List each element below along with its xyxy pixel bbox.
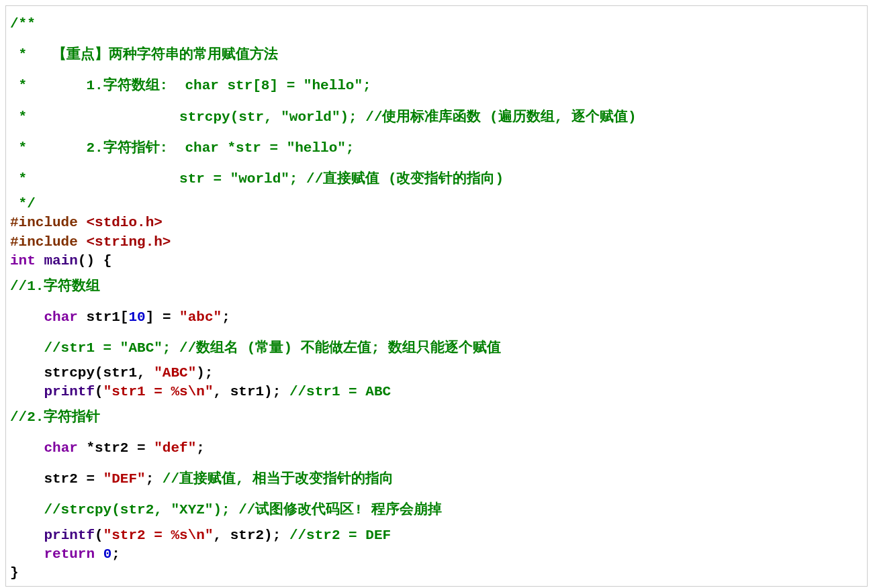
code-token: ; <box>111 546 120 562</box>
code-token: "str1 = %s\n" <box>103 384 214 399</box>
code-token: //str1 = "ABC"; //数组名 (常量) 不能做左值; 数组只能逐个… <box>10 340 501 356</box>
code-token: 0 <box>103 546 112 562</box>
code-line: char str1[10] = "abc"; <box>10 302 863 333</box>
code-line: #include <stdio.h> <box>10 213 863 232</box>
code-token: "DEF" <box>103 471 146 487</box>
code-token: "str2 = %s\n" <box>103 528 214 543</box>
code-token: char <box>44 440 77 456</box>
code-token <box>10 440 44 456</box>
code-token <box>10 528 44 543</box>
code-token: return <box>44 546 95 562</box>
code-token: #include <box>10 215 86 230</box>
code-line: printf("str2 = %s\n", str2); //str2 = DE… <box>10 526 863 545</box>
code-line: strcpy(str1, "ABC"); <box>10 364 863 383</box>
code-token: ] = <box>146 309 179 325</box>
code-line: //str1 = "ABC"; //数组名 (常量) 不能做左值; 数组只能逐个… <box>10 333 863 364</box>
code-token: strcpy(str1, <box>10 365 154 381</box>
code-token <box>10 546 44 562</box>
code-token <box>36 253 44 268</box>
code-line: #include <string.h> <box>10 233 863 252</box>
code-token: <stdio.h> <box>86 215 162 230</box>
code-line: printf("str1 = %s\n", str1); //str1 = AB… <box>10 383 863 401</box>
code-token: #include <box>10 234 86 250</box>
code-line: * strcpy(str, "world"); //使用标准库函数 (遍历数组,… <box>10 102 863 133</box>
code-token: * 2.字符指针: char *str = "hello"; <box>10 140 354 156</box>
code-token: main <box>44 253 77 268</box>
code-token: ( <box>95 528 103 543</box>
code-token: } <box>10 565 19 581</box>
code-token <box>10 309 44 325</box>
code-line: * 2.字符指针: char *str = "hello"; <box>10 133 863 164</box>
code-token: "abc" <box>179 309 222 325</box>
code-token: , str1); <box>213 384 289 399</box>
code-token: "ABC" <box>154 365 196 381</box>
code-token: //1.字符数组 <box>10 279 100 294</box>
code-line: //1.字符数组 <box>10 271 863 302</box>
code-line: * 1.字符数组: char str[8] = "hello"; <box>10 70 863 101</box>
code-token: * 1.字符数组: char str[8] = "hello"; <box>10 78 371 93</box>
code-token: str2 = <box>10 471 103 487</box>
code-line: } <box>10 564 863 583</box>
code-token: printf <box>44 384 95 399</box>
code-token: //str1 = ABC <box>289 384 391 399</box>
code-token: //str2 = DEF <box>289 528 391 543</box>
code-token: ; <box>146 471 163 487</box>
code-token <box>10 384 44 399</box>
code-token: ); <box>196 365 213 381</box>
code-token: * strcpy(str, "world"); //使用标准库函数 (遍历数组,… <box>10 109 637 125</box>
code-token: //直接赋值, 相当于改变指针的指向 <box>163 471 394 487</box>
code-line: //2.字符指针 <box>10 402 863 433</box>
code-line: * str = "world"; //直接赋值 (改变指针的指向) <box>10 164 863 195</box>
code-token: <string.h> <box>86 234 171 250</box>
code-line: //strcpy(str2, "XYZ"); //试图修改代码区! 程序会崩掉 <box>10 495 863 526</box>
code-token: str1[ <box>78 309 129 325</box>
code-token: //2.字符指针 <box>10 409 100 425</box>
code-token: //strcpy(str2, "XYZ"); //试图修改代码区! 程序会崩掉 <box>10 502 442 518</box>
code-token: ( <box>95 384 103 399</box>
code-token: ; <box>196 440 205 456</box>
code-token: printf <box>44 528 95 543</box>
code-token: 10 <box>128 309 145 325</box>
code-line: * 【重点】两种字符串的常用赋值方法 <box>10 40 863 70</box>
code-line: */ <box>10 195 863 213</box>
code-line: /** <box>10 9 863 40</box>
code-token <box>95 546 103 562</box>
code-line: char *str2 = "def"; <box>10 433 863 464</box>
code-line: int main() { <box>10 252 863 271</box>
code-block: /** * 【重点】两种字符串的常用赋值方法 * 1.字符数组: char st… <box>5 5 868 587</box>
code-token: char <box>44 309 77 325</box>
code-line: str2 = "DEF"; //直接赋值, 相当于改变指针的指向 <box>10 464 863 495</box>
code-token: */ <box>10 196 36 211</box>
code-token: /** <box>10 16 36 32</box>
code-token: int <box>10 253 36 268</box>
code-token: , str2); <box>213 528 289 543</box>
code-token: * 【重点】两种字符串的常用赋值方法 <box>10 47 278 62</box>
code-token: * str = "world"; //直接赋值 (改变指针的指向) <box>10 171 504 187</box>
code-line: return 0; <box>10 545 863 564</box>
code-token: ; <box>222 309 230 325</box>
code-token: *str2 = <box>78 440 154 456</box>
code-token: "def" <box>154 440 196 456</box>
code-token: () { <box>78 253 111 268</box>
